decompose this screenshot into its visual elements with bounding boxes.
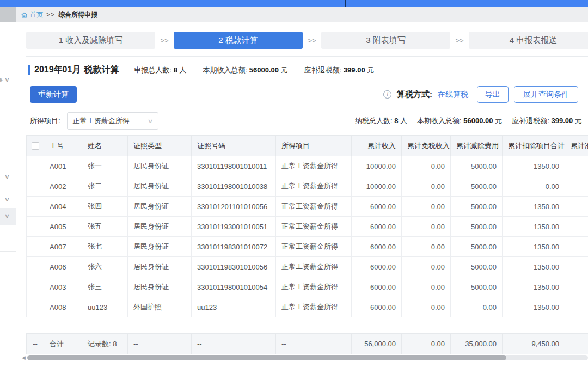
card-top-border	[26, 56, 588, 57]
chevron-down-icon[interactable]: ∨	[4, 196, 10, 203]
refund-amount: 应补退税额: 399.00 元	[304, 65, 375, 75]
step-1-income-deduction[interactable]: 1 收入及减除填写	[26, 32, 155, 49]
table-row[interactable]: A001张一居民身份证330101198001010011正常工资薪金所得 10…	[27, 156, 588, 176]
info-icon[interactable]: i	[383, 90, 391, 99]
scroll-left-arrow-icon[interactable]: ◀	[22, 355, 27, 360]
step-separator: >>	[450, 36, 469, 45]
income-item-selected-value: 正常工资薪金所得	[73, 116, 130, 126]
top-blue-bar	[0, 0, 588, 7]
toolbar-right: i 算税方式: 在线算税 导出 展开查询条件	[383, 86, 588, 103]
expand-query-button[interactable]: 展开查询条件	[514, 86, 578, 103]
table-row[interactable]: A007张七居民身份证330101198301010072正常工资薪金所得 60…	[27, 237, 588, 257]
tax-method-value[interactable]: 在线算税	[438, 90, 468, 100]
col-header: 累计准予扣除的捐赠额	[565, 136, 588, 156]
table-row[interactable]: A006张六居民身份证330101198301010056正常工资薪金所得 60…	[27, 257, 588, 277]
total-row: -- 合计记录数: 8------ 56,000.000.0035,000.00…	[27, 334, 588, 354]
income-item-select[interactable]: 正常工资薪金所得 ∨	[67, 112, 158, 130]
filter-row: 所得项目: 正常工资薪金所得 ∨	[30, 112, 158, 130]
table-header-row: 工号 姓名 证照类型 证照号码 所得项目 累计收入 累计免税收入 累计减除费用 …	[27, 136, 588, 156]
step-separator: >>	[155, 36, 174, 45]
col-header: 证照号码	[192, 136, 276, 156]
table-row[interactable]: A004张四居民身份证330101201101010056正常工资薪金所得 60…	[27, 197, 588, 217]
toolbar-divider	[26, 107, 588, 107]
period-month: 2019年01月	[34, 65, 81, 74]
home-icon	[21, 11, 28, 19]
col-header: 累计扣除项目合计	[503, 136, 565, 156]
table-row[interactable]: A003张三居民身份证330101198001010054正常工资薪金所得 60…	[27, 277, 588, 297]
step-3-attached-forms[interactable]: 3 附表填写	[321, 32, 450, 49]
col-header: 证照类型	[128, 136, 192, 156]
taxpayer-count: 纳税总人数: 8 人	[355, 116, 407, 126]
step-2-tax-calculation[interactable]: 2 税款计算	[174, 32, 303, 49]
step-4-submit-declaration[interactable]: 4 申报表报送	[469, 32, 588, 49]
col-header: 累计收入	[352, 136, 402, 156]
step-label: 3 附表填写	[366, 35, 406, 46]
income-item-label: 所得项目:	[30, 116, 60, 126]
step-label: 1 收入及减除填写	[59, 35, 123, 46]
table-row[interactable]: A005张五居民身份证330101193001010051正常工资薪金所得 60…	[27, 217, 588, 237]
period-income-total: 本期收入总额: 56000.00 元	[417, 116, 502, 126]
sidebar-divider	[0, 225, 16, 225]
export-button[interactable]: 导出	[477, 86, 509, 103]
step-label: 2 税款计算	[218, 35, 258, 46]
scrollbar-track[interactable]	[27, 355, 588, 360]
chevron-down-icon: ∨	[147, 118, 153, 125]
sidebar-divider	[0, 251, 16, 252]
recalculate-button[interactable]: 重新计算	[30, 86, 77, 103]
breadcrumb-separator: >>	[46, 11, 55, 19]
filter-stats: 纳税总人数: 8 人 本期收入总额: 56000.00 元 应补退税额: 399…	[355, 112, 588, 130]
home-link[interactable]: 首页	[21, 10, 43, 20]
scrollbar-thumb[interactable]	[27, 355, 506, 360]
chevron-down-icon[interactable]: ∨	[4, 212, 10, 219]
title-accent-bar	[28, 65, 30, 75]
tax-declaration-page: 首页 >> 综合所得申报 集 ∨ ∨ ∨ ∨ 1 收入及减除填写 >> 2 税款…	[0, 0, 588, 367]
sidebar-dashed-divider	[0, 236, 16, 236]
step-label: 4 申报表报送	[510, 35, 558, 46]
chevron-down-icon[interactable]: ∨	[4, 173, 10, 180]
sidebar-corner	[0, 7, 16, 22]
col-header: 所得项目	[276, 136, 352, 156]
col-header: 累计免税收入	[402, 136, 451, 156]
spacer-row	[27, 317, 588, 334]
col-header: 姓名	[82, 136, 128, 156]
breadcrumb-home-label: 首页	[30, 10, 43, 20]
left-sidebar: 集 ∨ ∨ ∨ ∨	[0, 22, 16, 367]
tax-method-label: 算税方式:	[397, 89, 432, 100]
refund-amount: 应补退税额: 399.00 元	[512, 116, 582, 126]
table-row[interactable]: A008uu123外国护照uu123正常工资薪金所得 6000.000.000.…	[27, 297, 588, 317]
declared-count: 申报总人数: 8 人	[134, 65, 186, 75]
step-separator: >>	[303, 36, 321, 45]
col-header: 累计减除费用	[451, 136, 503, 156]
text-cursor-tick	[345, 0, 346, 7]
horizontal-scrollbar[interactable]: ◀	[22, 354, 588, 361]
title-text: 税款计算	[84, 65, 119, 74]
page-title: 2019年01月税款计算	[34, 64, 119, 76]
step-wizard: 1 收入及减除填写 >> 2 税款计算 >> 3 附表填写 >> 4 申报表报送	[26, 32, 588, 49]
breadcrumb: 首页 >> 综合所得申报	[21, 7, 97, 22]
col-header: 工号	[44, 136, 82, 156]
period-income-total: 本期收入总额: 56000.00 元	[203, 65, 288, 75]
table-row[interactable]: A002张二居民身份证330101198001010038正常工资薪金所得 10…	[27, 176, 588, 197]
employee-tax-table: 工号 姓名 证照类型 证照号码 所得项目 累计收入 累计免税收入 累计减除费用 …	[26, 135, 588, 354]
select-all-checkbox[interactable]	[32, 142, 39, 150]
summary-row: 2019年01月税款计算 申报总人数: 8 人 本期收入总额: 56000.00…	[28, 64, 390, 76]
chevron-down-icon[interactable]: ∨	[4, 76, 10, 83]
breadcrumb-current: 综合所得申报	[58, 10, 97, 20]
